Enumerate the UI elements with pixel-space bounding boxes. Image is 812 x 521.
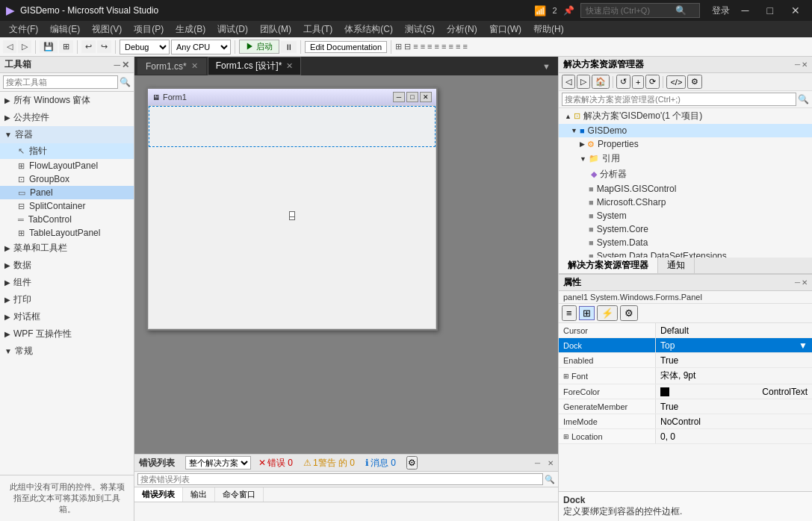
- quick-launch-box[interactable]: 🔍: [580, 3, 700, 18]
- pause-btn[interactable]: ⏸: [281, 41, 297, 53]
- sol-item-mscsharp[interactable]: ■ Microsoft.CSharp: [559, 196, 812, 209]
- sol-item-systemdata[interactable]: ■ System.Data: [559, 236, 812, 249]
- sol-item-systemdatadse[interactable]: ■ System.Data.DataSetExtensions: [559, 249, 812, 258]
- sol-item-mapgis[interactable]: ■ MapGIS.GISControl: [559, 182, 812, 196]
- toolbox-item-panel[interactable]: ▭ Panel: [0, 186, 134, 199]
- sol-tb-home[interactable]: 🏠: [592, 75, 610, 89]
- notif-tab-notif[interactable]: 通知: [658, 258, 695, 273]
- sol-search-input[interactable]: [562, 93, 796, 106]
- tab-close-form1cs[interactable]: ✕: [191, 61, 198, 71]
- debug-config-select[interactable]: Debug Release: [120, 40, 170, 54]
- sol-tb-sync[interactable]: ↺: [616, 75, 630, 89]
- props-tb-list[interactable]: ≡: [562, 305, 577, 321]
- close-error-icon[interactable]: ✕: [548, 459, 554, 467]
- minimize-button[interactable]: ─: [736, 4, 755, 16]
- sol-item-references[interactable]: ▼ 📁 引用: [559, 151, 812, 166]
- tab-form1-design[interactable]: Form1.cs [设计]* ✕: [208, 57, 302, 75]
- menu-help[interactable]: 帮助(H): [527, 21, 570, 37]
- props-font-expand[interactable]: ⊞: [563, 372, 569, 380]
- toolbox-item-groupbox[interactable]: ⊡ GroupBox: [0, 172, 134, 186]
- props-val-enabled[interactable]: True: [656, 353, 812, 367]
- warn-count-badge[interactable]: ⚠ 1警告 的 0: [300, 457, 358, 469]
- toolbox-item-tablelayout[interactable]: ⊞ TableLayoutPanel: [0, 226, 134, 240]
- props-tb-grid[interactable]: ⊞: [579, 306, 595, 320]
- sol-tb-add[interactable]: +: [632, 75, 644, 89]
- menu-test[interactable]: 测试(S): [399, 21, 441, 37]
- quick-launch-input[interactable]: [586, 6, 675, 15]
- props-val-generatemember[interactable]: True: [656, 399, 812, 414]
- toolbar-btn-2[interactable]: ▷: [18, 40, 31, 53]
- toolbox-group-data-header[interactable]: ▶ 数据: [0, 257, 134, 274]
- form-minimize-btn[interactable]: ─: [393, 92, 405, 102]
- props-val-forecolor[interactable]: ControlText: [656, 384, 812, 399]
- menu-project[interactable]: 项目(P): [128, 21, 170, 37]
- close-toolbox-icon[interactable]: ✕: [122, 60, 129, 70]
- sol-tb-props[interactable]: ⚙: [687, 75, 702, 89]
- toolbox-item-pointer[interactable]: ↖ 指针: [0, 143, 134, 159]
- props-val-imemode[interactable]: NoControl: [656, 414, 812, 428]
- run-button[interactable]: ▶ 启动: [239, 40, 279, 54]
- error-count-badge[interactable]: ✕ 错误 0: [255, 457, 296, 469]
- tab-form1-cs[interactable]: Form1.cs* ✕: [137, 58, 206, 75]
- menu-window[interactable]: 窗口(W): [483, 21, 527, 37]
- props-val-location[interactable]: 0, 0: [656, 429, 812, 443]
- tab-close-form1design[interactable]: ✕: [286, 61, 293, 71]
- toolbar-save-btn[interactable]: 💾: [40, 40, 58, 53]
- form-body[interactable]: [148, 105, 436, 329]
- sol-pin-icon[interactable]: ─: [795, 60, 800, 69]
- error-tab-cmdwindow[interactable]: 命令窗口: [215, 487, 264, 502]
- error-search-input[interactable]: [137, 473, 543, 485]
- notif-tab-sol[interactable]: 解决方案资源管理器: [559, 258, 658, 273]
- menu-build[interactable]: 生成(B): [170, 21, 211, 37]
- sol-tb-back[interactable]: ◁: [562, 75, 575, 89]
- menu-debug[interactable]: 调试(D): [211, 21, 254, 37]
- form-resize-handle-bottom[interactable]: [289, 211, 295, 217]
- form-maximize-btn[interactable]: □: [406, 92, 418, 102]
- maximize-button[interactable]: □: [761, 4, 779, 16]
- menu-analyze[interactable]: 分析(N): [441, 21, 483, 37]
- platform-select[interactable]: Any CPU: [171, 40, 231, 54]
- tab-overflow-btn[interactable]: ▼: [538, 62, 555, 71]
- props-pin-icon[interactable]: ─: [795, 278, 800, 287]
- props-dock-dropdown[interactable]: ▼: [799, 340, 808, 351]
- error-settings-btn[interactable]: ⚙: [406, 456, 418, 469]
- toolbox-item-splitcontainer[interactable]: ⊟ SplitContainer: [0, 199, 134, 213]
- sol-tb-refresh[interactable]: ⟳: [645, 75, 660, 89]
- toolbar-saveall-btn[interactable]: ⊞: [59, 40, 73, 53]
- sol-item-properties[interactable]: ▶ ⚙ Properties: [559, 137, 812, 151]
- toolbar-btn-1[interactable]: ◁: [3, 40, 16, 53]
- design-canvas[interactable]: 🖥 Form1 ─ □ ✕: [134, 75, 558, 454]
- props-close-icon[interactable]: ✕: [802, 278, 808, 287]
- menu-file[interactable]: 文件(F): [3, 21, 44, 37]
- toolbox-search-input[interactable]: [3, 75, 118, 89]
- props-tb-settings[interactable]: ⚙: [620, 305, 638, 321]
- edit-doc-button[interactable]: Edit Documentation: [305, 41, 387, 53]
- user-label[interactable]: 登录: [712, 4, 730, 17]
- sol-tb-code[interactable]: </>: [666, 75, 686, 89]
- toolbox-item-tabcontrol[interactable]: ═ TabControl: [0, 213, 134, 226]
- sol-tb-fwd[interactable]: ▷: [577, 75, 590, 89]
- error-filter-select[interactable]: 整个解决方案: [185, 456, 251, 469]
- sol-item-analyzer[interactable]: ◆ 分析器: [559, 166, 812, 182]
- props-location-expand[interactable]: ⊞: [563, 433, 569, 440]
- toolbox-group-allwindows-header[interactable]: ▶ 所有 Windows 窗体: [0, 92, 134, 109]
- toolbar-redo-btn[interactable]: ↪: [97, 40, 111, 53]
- error-tab-errorlist[interactable]: 错误列表: [134, 487, 183, 502]
- toolbox-group-print-header[interactable]: ▶ 打印: [0, 291, 134, 308]
- toolbox-group-containers-header[interactable]: ▼ 容器: [0, 126, 134, 143]
- sol-close-icon[interactable]: ✕: [802, 60, 808, 69]
- menu-arch[interactable]: 体系结构(C): [338, 21, 399, 37]
- form-close-btn[interactable]: ✕: [420, 92, 432, 102]
- toolbox-group-common-header[interactable]: ▶ 公共控件: [0, 109, 134, 126]
- toolbox-group-wpf-header[interactable]: ▶ WPF 互操作性: [0, 325, 134, 343]
- info-count-badge[interactable]: ℹ 消息 0: [362, 457, 399, 469]
- menu-edit[interactable]: 编辑(E): [44, 21, 86, 37]
- props-val-font[interactable]: 宋体, 9pt: [656, 368, 812, 384]
- pin-error-icon[interactable]: ─: [535, 459, 540, 467]
- toolbox-item-flowlayout[interactable]: ⊞ FlowLayoutPanel: [0, 159, 134, 172]
- toolbox-group-general-header[interactable]: ▼ 常规: [0, 343, 134, 360]
- toolbox-group-menubar-header[interactable]: ▶ 菜单和工具栏: [0, 240, 134, 257]
- sol-item-gisdemo[interactable]: ▼ ■ GISDemo: [559, 124, 812, 137]
- menu-tools[interactable]: 工具(T): [297, 21, 338, 37]
- pin-toolbox-icon[interactable]: ─: [114, 60, 120, 70]
